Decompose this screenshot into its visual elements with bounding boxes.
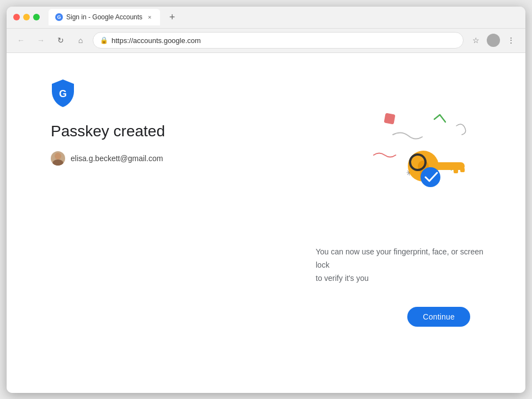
description-line2: to verify it's you	[316, 274, 369, 283]
close-window-button[interactable]	[13, 14, 20, 20]
description-area: You can now use your fingerprint, face, …	[316, 246, 492, 285]
maximize-window-button[interactable]	[33, 14, 40, 20]
tab-favicon: G	[55, 13, 63, 21]
illustration-svg: ✳ ✳	[321, 103, 481, 213]
more-options-button[interactable]: ⋮	[503, 33, 519, 48]
toolbar-icons: ☆ ⋮	[468, 33, 519, 48]
continue-button[interactable]: Continue	[407, 307, 470, 327]
profile-circle	[487, 34, 500, 47]
traffic-lights	[13, 14, 40, 20]
address-bar[interactable]: 🔒 https://accounts.google.com	[93, 32, 464, 49]
tab-title: Sign in - Google Accounts	[66, 13, 142, 21]
passkey-illustration: ✳ ✳	[321, 103, 481, 215]
svg-point-1	[55, 153, 61, 159]
google-shield-logo: G	[51, 79, 75, 107]
user-avatar	[51, 151, 65, 166]
svg-point-15	[421, 167, 440, 187]
new-tab-button[interactable]: +	[164, 9, 180, 25]
bookmark-button[interactable]: ☆	[468, 33, 483, 48]
page-wrapper: G Passkey created elisa.g.beckett@gmail.…	[7, 53, 525, 393]
svg-line-4	[434, 115, 440, 119]
svg-rect-3	[384, 113, 396, 124]
minimize-window-button[interactable]	[23, 14, 30, 20]
description-line1: You can now use your fingerprint, face, …	[316, 247, 483, 269]
svg-rect-11	[432, 162, 465, 170]
browser-tab[interactable]: G Sign in - Google Accounts ×	[49, 9, 160, 25]
lock-icon: 🔒	[100, 36, 108, 44]
forward-button[interactable]: →	[33, 33, 49, 48]
svg-rect-12	[454, 168, 458, 173]
profile-button[interactable]	[486, 33, 501, 48]
svg-text:G: G	[59, 88, 67, 99]
home-button[interactable]: ⌂	[73, 33, 88, 48]
user-email: elisa.g.beckett@gmail.com	[71, 154, 163, 163]
refresh-button[interactable]: ↻	[53, 33, 68, 48]
browser-window: G Sign in - Google Accounts × + ← → ↻ ⌂ …	[7, 7, 525, 393]
svg-line-5	[440, 115, 445, 122]
tab-close-button[interactable]: ×	[146, 13, 153, 21]
title-bar: G Sign in - Google Accounts × +	[7, 7, 525, 29]
url-text: https://accounts.google.com	[111, 36, 456, 45]
address-bar-row: ← → ↻ ⌂ 🔒 https://accounts.google.com ☆ …	[7, 29, 525, 53]
svg-rect-13	[460, 168, 465, 172]
svg-point-2	[52, 159, 63, 166]
back-button[interactable]: ←	[13, 33, 29, 48]
